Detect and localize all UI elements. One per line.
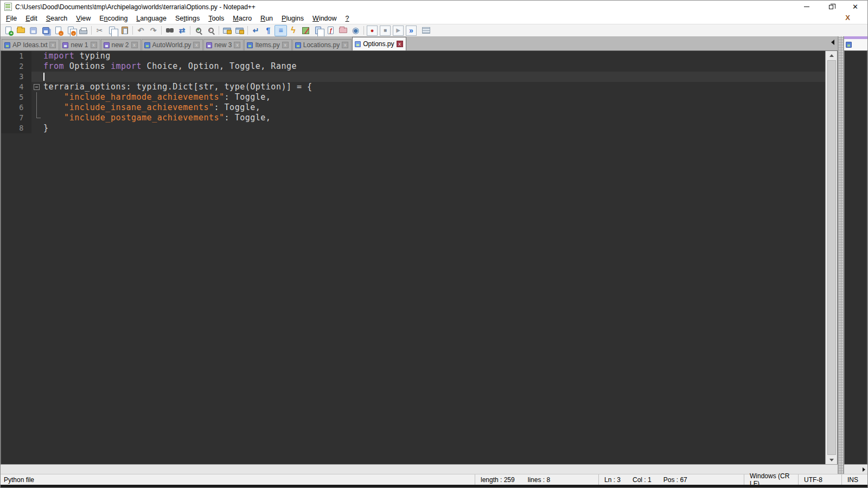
menu-item-window[interactable]: Window xyxy=(308,14,341,23)
document-map-button[interactable] xyxy=(299,25,312,36)
tab-new-3[interactable]: new 3 x xyxy=(203,39,244,50)
status-bar: Python file length : 259 lines : 8 Ln : … xyxy=(1,474,867,485)
vertical-scrollbar[interactable] xyxy=(825,51,837,464)
code-line: 4 terraria_options: typing.Dict[str, typ… xyxy=(1,82,825,92)
tab-close-icon[interactable]: x xyxy=(193,42,200,48)
new-file-button[interactable] xyxy=(2,25,15,36)
second-view-scrollbar[interactable] xyxy=(844,464,867,474)
saved-floppy-icon xyxy=(144,42,150,48)
tab-close-icon[interactable]: x xyxy=(282,42,289,48)
macro-play-icon: ▶ xyxy=(396,27,400,34)
cut-button[interactable]: ✂ xyxy=(93,25,106,36)
close-icon: ✕ xyxy=(852,3,858,10)
scroll-up-icon xyxy=(829,54,834,57)
open-file-button[interactable] xyxy=(15,25,27,36)
function-list-button[interactable] xyxy=(324,25,337,36)
show-all-characters-button[interactable]: ¶ xyxy=(262,25,275,36)
view-splitter[interactable] xyxy=(838,36,844,474)
zoom-out-button[interactable] xyxy=(205,25,217,36)
menu-item-plugins[interactable]: Plugins xyxy=(277,14,308,23)
minimize-button[interactable] xyxy=(794,1,819,13)
redo-button[interactable]: ↷ xyxy=(147,25,159,36)
close-button[interactable]: ✕ xyxy=(843,1,867,13)
replace-button[interactable]: ⇄ xyxy=(176,25,188,36)
monitoring-button[interactable]: ◉ xyxy=(349,25,362,36)
save-all-button[interactable] xyxy=(40,25,52,36)
menu-item-search[interactable]: Search xyxy=(42,14,72,23)
tab-items[interactable]: Items.py x xyxy=(244,39,291,50)
status-doc-type: Python file xyxy=(1,474,475,485)
second-view-tab[interactable] xyxy=(844,39,867,50)
menu-item-tools[interactable]: Tools xyxy=(204,14,228,23)
code-line: 5 "include_hardmode_achievements": Toggl… xyxy=(1,92,825,102)
tab-bar: AP Ideas.txt x new 1 x new 2 x AutoWorld… xyxy=(1,36,838,50)
close-document-button[interactable]: X xyxy=(843,14,852,22)
status-cursor-position: Ln : 3 Col : 1 Pos : 67 xyxy=(599,474,744,485)
second-view-editor[interactable] xyxy=(844,50,867,464)
menu-item-run[interactable]: Run xyxy=(256,14,277,23)
status-eol-format: Windows (CR LF) xyxy=(744,474,799,485)
paste-button[interactable] xyxy=(118,25,131,36)
macro-record-button[interactable]: ● xyxy=(367,25,378,36)
scroll-down-button[interactable] xyxy=(826,455,837,464)
tab-locations[interactable]: Locations.py x xyxy=(292,39,352,50)
fold-collapse-icon[interactable] xyxy=(34,84,40,90)
undo-button[interactable]: ↶ xyxy=(135,25,147,36)
scrollbar-thumb[interactable] xyxy=(827,60,836,455)
code-line-current: 3 xyxy=(1,72,825,82)
sync-horizontal-scroll-button[interactable] xyxy=(233,25,246,36)
menu-item-edit[interactable]: Edit xyxy=(21,14,42,23)
tab-close-icon[interactable]: x xyxy=(91,42,97,48)
tab-close-icon[interactable]: x xyxy=(342,42,348,48)
tab-close-icon[interactable]: x xyxy=(131,42,138,48)
macro-play-button[interactable]: ▶ xyxy=(393,25,404,36)
status-encoding: UTF-8 xyxy=(799,474,842,485)
word-wrap-icon: ↵ xyxy=(253,27,259,34)
tab-options-active[interactable]: Options.py x xyxy=(352,37,406,50)
tab-scroll-left-icon[interactable] xyxy=(831,40,834,45)
show-indent-guide-button[interactable]: ≡ xyxy=(275,25,287,36)
code-editor[interactable]: 1 import typing 2 from Options import Ch… xyxy=(1,51,825,464)
horizontal-scrollbar-area[interactable] xyxy=(1,464,838,474)
copy-button[interactable] xyxy=(106,25,118,36)
sync-vertical-scroll-icon xyxy=(223,28,231,34)
tab-close-icon[interactable]: x xyxy=(49,42,56,48)
title-bar[interactable]: C:\Users\Dood\Documents\tmp\Archipelago\… xyxy=(1,1,867,13)
document-list-button[interactable] xyxy=(312,25,324,36)
second-view-sliver[interactable] xyxy=(844,36,867,474)
menu-item-file[interactable]: File xyxy=(2,14,21,23)
menu-item-language[interactable]: Language xyxy=(132,14,171,23)
code-line: 7 "include_postgame_achievements": Toggl… xyxy=(1,113,825,123)
menu-item-encoding[interactable]: Encoding xyxy=(95,14,132,23)
print-button[interactable] xyxy=(77,25,90,36)
word-wrap-button[interactable]: ↵ xyxy=(250,25,262,36)
tab-autoworld[interactable]: AutoWorld.py x xyxy=(142,39,203,50)
menu-item-macro[interactable]: Macro xyxy=(228,14,256,23)
tab-close-icon[interactable]: x xyxy=(397,41,403,47)
folder-as-workspace-button[interactable] xyxy=(337,25,349,36)
code-line: 6 "include_insane_achievements": Toggle, xyxy=(1,102,825,113)
save-button[interactable] xyxy=(27,25,40,36)
tab-new-1[interactable]: new 1 x xyxy=(60,39,100,50)
tab-new-2[interactable]: new 2 x xyxy=(101,39,141,50)
line-number: 3 xyxy=(1,72,31,82)
menu-item-view[interactable]: View xyxy=(72,14,95,23)
code-line: 2 from Options import Choice, Option, To… xyxy=(1,61,825,72)
tab-close-icon[interactable]: x xyxy=(234,42,240,48)
menu-item-help[interactable]: ? xyxy=(341,14,354,23)
macro-stop-button[interactable]: ■ xyxy=(380,25,391,36)
window-title: C:\Users\Dood\Documents\tmp\Archipelago\… xyxy=(15,3,256,11)
restore-button[interactable] xyxy=(819,1,843,13)
macro-run-multiple-button[interactable]: » xyxy=(406,25,417,36)
scroll-up-button[interactable] xyxy=(826,51,837,60)
menu-item-settings[interactable]: Settings xyxy=(171,14,204,23)
close-all-button[interactable] xyxy=(65,25,77,36)
zoom-in-button[interactable] xyxy=(192,25,205,36)
macro-save-button[interactable] xyxy=(420,25,432,36)
sync-vertical-scroll-button[interactable] xyxy=(221,25,233,36)
close-file-button[interactable] xyxy=(52,25,65,36)
tab-ap-ideas[interactable]: AP Ideas.txt x xyxy=(2,39,59,50)
define-language-button[interactable]: ϟ xyxy=(287,25,299,36)
find-button[interactable] xyxy=(163,25,176,36)
status-length-lines: length : 259 lines : 8 xyxy=(475,474,599,485)
